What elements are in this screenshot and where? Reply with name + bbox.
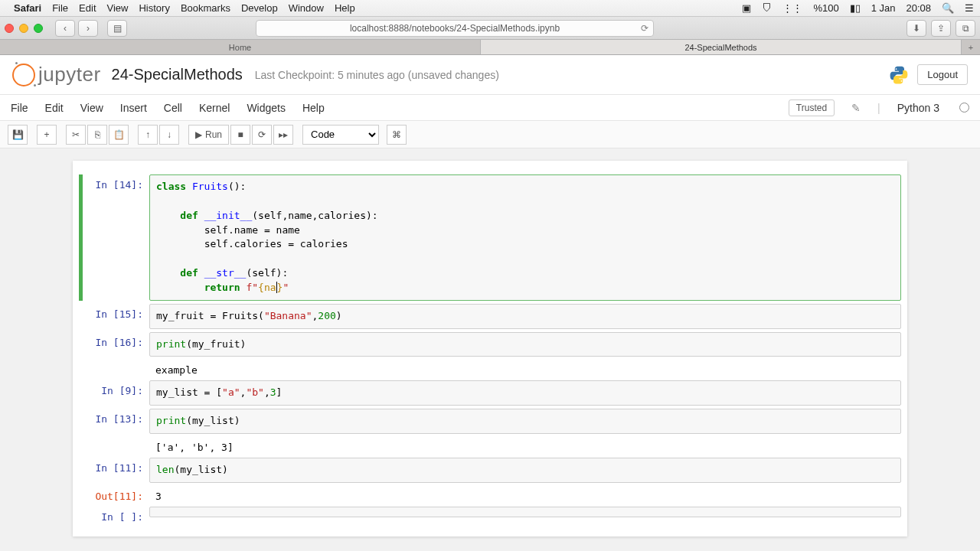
code-input[interactable]: len(my_list) [149, 458, 901, 483]
code-input[interactable] [149, 507, 901, 517]
code-input[interactable]: my_list = ["a","b",3] [149, 380, 901, 406]
output-prompt: Out[11]: [79, 486, 149, 504]
move-down-button[interactable]: ↓ [159, 125, 179, 145]
reload-icon[interactable]: ⟳ [641, 23, 648, 34]
input-prompt: In [9]: [79, 380, 149, 406]
active-app[interactable]: Safari [14, 2, 41, 14]
new-tab-button[interactable]: + [962, 40, 980, 54]
menubar-time[interactable]: 20:08 [906, 2, 931, 14]
downloads-button[interactable]: ⬇ [906, 20, 926, 37]
cell-body: my_fruit = Fruits("Banana",200) [149, 304, 901, 329]
window-controls [5, 24, 43, 33]
address-bar[interactable]: localhost:8888/notebooks/24-SpecialMetho… [256, 20, 654, 37]
tab-home[interactable]: Home [0, 40, 481, 54]
share-button[interactable]: ⇪ [931, 20, 951, 37]
menu-view[interactable]: View [107, 2, 129, 14]
paste-cell-button[interactable]: 📋 [109, 125, 129, 145]
copy-cell-button[interactable]: ⎘ [87, 125, 107, 145]
input-prompt: In [13]: [79, 409, 149, 434]
menu-bookmarks[interactable]: Bookmarks [181, 2, 230, 14]
kernel-name[interactable]: Python 3 [897, 102, 939, 114]
menu-icon[interactable]: ☰ [965, 2, 974, 14]
jp-menu-kernel[interactable]: Kernel [199, 102, 230, 114]
jupyter-logo[interactable]: jupyter [12, 63, 101, 86]
trusted-badge[interactable]: Trusted [789, 99, 835, 116]
cell-type-select[interactable]: Code [302, 125, 379, 145]
close-window[interactable] [5, 24, 14, 33]
jp-menu-insert[interactable]: Insert [120, 102, 147, 114]
output-row: example [79, 360, 901, 377]
search-icon[interactable]: 🔍 [942, 2, 954, 14]
jp-menu-help[interactable]: Help [302, 102, 325, 114]
url-text: localhost:8888/notebooks/24-SpecialMetho… [350, 23, 560, 34]
restart-button[interactable]: ⟳ [252, 125, 272, 145]
menu-window[interactable]: Window [289, 2, 324, 14]
move-up-button[interactable]: ↑ [138, 125, 158, 145]
cell-body [149, 507, 901, 523]
macos-menubar: Safari File Edit View History Bookmarks … [0, 0, 980, 17]
forward-button[interactable]: › [78, 20, 98, 37]
notebook-container: In [14]:class Fruits(): def __init__(sel… [73, 161, 907, 536]
interrupt-button[interactable]: ■ [230, 125, 250, 145]
code-input[interactable]: print(my_fruit) [149, 332, 901, 357]
safari-tab-bar: Home 24-SpecialMethods + [0, 40, 980, 55]
shield-icon[interactable]: ⛉ [762, 2, 772, 14]
code-cell[interactable]: In [11]:len(my_list) [79, 458, 901, 483]
zoom-window[interactable] [34, 24, 43, 33]
back-button[interactable]: ‹ [55, 20, 75, 37]
safari-toolbar: ‹ › ▤ localhost:8888/notebooks/24-Specia… [0, 17, 980, 40]
output-prompt [79, 360, 149, 377]
code-cell[interactable]: In [13]:print(my_list) [79, 409, 901, 434]
add-cell-button[interactable]: + [37, 125, 57, 145]
menu-develop[interactable]: Develop [241, 2, 278, 14]
input-prompt: In [16]: [79, 332, 149, 357]
input-prompt: In [ ]: [79, 507, 149, 523]
menubar-date[interactable]: 1 Jan [871, 2, 896, 14]
menu-edit[interactable]: Edit [79, 2, 96, 14]
jp-menu-file[interactable]: File [11, 102, 28, 114]
logout-button[interactable]: Logout [917, 64, 968, 85]
code-input[interactable]: class Fruits(): def __init__(self,name,c… [149, 174, 901, 301]
code-cell[interactable]: In [9]:my_list = ["a","b",3] [79, 380, 901, 406]
code-cell[interactable]: In [16]:print(my_fruit) [79, 332, 901, 357]
code-input[interactable]: my_fruit = Fruits("Banana",200) [149, 304, 901, 329]
wifi-icon[interactable]: ⋮⋮ [782, 2, 802, 14]
command-palette-button[interactable]: ⌘ [387, 125, 407, 145]
pencil-icon[interactable]: ✎ [851, 102, 861, 114]
save-button[interactable]: 💾 [8, 125, 28, 145]
tab-notebook[interactable]: 24-SpecialMethods [481, 40, 962, 54]
notebook-scroll[interactable]: In [14]:class Fruits(): def __init__(sel… [0, 148, 980, 551]
code-cell[interactable]: In [14]:class Fruits(): def __init__(sel… [79, 174, 901, 301]
menu-file[interactable]: File [52, 2, 68, 14]
output-row: ['a', 'b', 3] [79, 437, 901, 455]
cell-body: class Fruits(): def __init__(self,name,c… [149, 174, 901, 301]
notebook-name[interactable]: 24-SpecialMethods [112, 66, 243, 83]
jp-menu-edit[interactable]: Edit [45, 102, 64, 114]
jupyter-planet-icon [12, 64, 35, 86]
code-input[interactable]: print(my_list) [149, 409, 901, 434]
jp-menu-widgets[interactable]: Widgets [247, 102, 286, 114]
run-button[interactable]: ▶ Run [188, 125, 229, 145]
code-cell[interactable]: In [ ]: [79, 507, 901, 523]
sidebar-button[interactable]: ▤ [107, 20, 127, 37]
tabs-button[interactable]: ⧉ [956, 20, 975, 37]
code-cell[interactable]: In [15]:my_fruit = Fruits("Banana",200) [79, 304, 901, 329]
cell-body: print(my_list) [149, 409, 901, 434]
output-prompt [79, 437, 149, 455]
menu-history[interactable]: History [139, 2, 169, 14]
cut-cell-button[interactable]: ✂ [66, 125, 86, 145]
python-logo-icon [888, 64, 910, 86]
menu-help[interactable]: Help [335, 2, 355, 14]
stdout-output: example [149, 360, 901, 377]
jp-menu-view[interactable]: View [80, 102, 103, 114]
cell-body: print(my_fruit) [149, 332, 901, 357]
restart-run-all-button[interactable]: ▸▸ [273, 125, 293, 145]
input-prompt: In [15]: [79, 304, 149, 329]
stdout-output: ['a', 'b', 3] [149, 437, 901, 455]
jp-menu-cell[interactable]: Cell [164, 102, 182, 114]
checkpoint-status: Last Checkpoint: 5 minutes ago (unsaved … [255, 69, 499, 81]
minimize-window[interactable] [19, 24, 28, 33]
video-icon[interactable]: ▣ [742, 2, 751, 14]
jupyter-menubar: File Edit View Insert Cell Kernel Widget… [0, 95, 980, 121]
execute-result: 3 [149, 486, 901, 504]
